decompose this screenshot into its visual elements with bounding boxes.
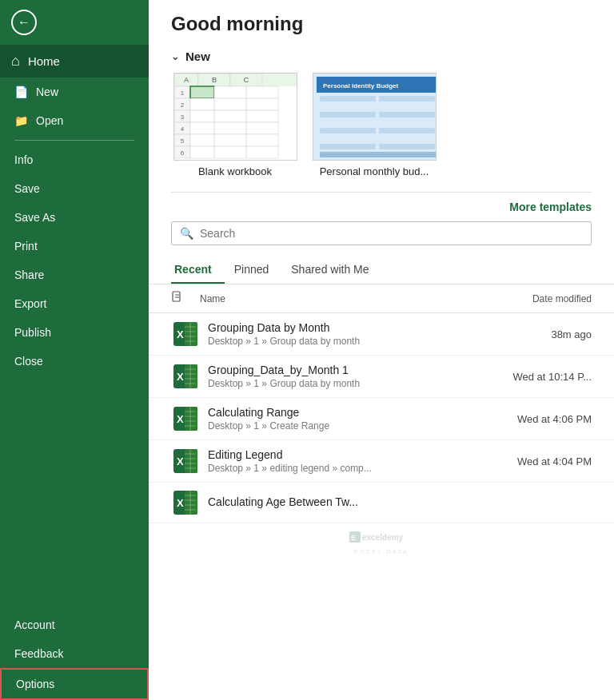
svg-text:6: 6 [180, 149, 184, 157]
svg-text:X: X [177, 455, 184, 467]
svg-rect-31 [190, 134, 214, 146]
sidebar-item-save[interactable]: Save [0, 174, 149, 203]
sidebar-item-feedback[interactable]: Feedback [0, 639, 149, 668]
search-input[interactable] [200, 227, 583, 240]
excel-icon: X [173, 407, 197, 431]
sidebar-item-saveas[interactable]: Save As [0, 203, 149, 232]
svg-text:4: 4 [180, 125, 184, 133]
watermark-text: EXCEL DATA [349, 548, 413, 555]
svg-rect-33 [246, 134, 278, 146]
back-circle-icon: ← [11, 10, 37, 35]
file-info: Calculating RangeDesktop » 1 » Create Ra… [208, 406, 488, 432]
section-divider [171, 192, 592, 193]
svg-text:E: E [351, 534, 356, 542]
saveas-label: Save As [14, 211, 55, 224]
file-name: Calculating Range [208, 406, 488, 419]
file-path: Desktop » 1 » Group data by month [208, 378, 488, 389]
file-name: Calculating Age Between Tw... [208, 495, 488, 508]
sidebar-item-open[interactable]: 📁 Open [0, 106, 149, 135]
back-arrow-icon: ← [18, 15, 30, 30]
sidebar-item-publish[interactable]: Publish [0, 318, 149, 347]
file-info: Grouping Data by MonthDesktop » 1 » Grou… [208, 321, 488, 347]
svg-rect-67 [185, 364, 197, 388]
file-list-header: Name Date modified [149, 284, 614, 313]
back-button[interactable]: ← [0, 0, 149, 45]
sidebar-item-new[interactable]: 📄 New [0, 78, 149, 106]
blank-workbook-label: Blank workbook [198, 165, 272, 177]
sidebar-item-options[interactable]: Options [0, 668, 149, 700]
open-label: Open [36, 114, 63, 127]
svg-text:exceldemy: exceldemy [362, 533, 404, 542]
svg-rect-53 [379, 144, 435, 149]
svg-text:X: X [177, 497, 184, 509]
open-folder-icon: 📁 [14, 114, 28, 127]
file-row-0[interactable]: X Grouping Data by MonthDesktop » 1 » Gr… [149, 313, 614, 356]
svg-rect-29 [214, 122, 246, 134]
new-label: New [36, 86, 58, 98]
template-personal-budget[interactable]: Personal Identity Budget [310, 73, 438, 177]
svg-rect-91 [185, 491, 197, 515]
file-path: Desktop » 1 » Group data by month [208, 336, 488, 347]
svg-rect-19 [190, 86, 214, 98]
svg-rect-22 [190, 98, 214, 110]
file-info: Editing LegendDesktop » 1 » editing lege… [208, 448, 488, 474]
chevron-down-icon: ⌄ [171, 51, 179, 62]
svg-rect-36 [246, 146, 278, 158]
svg-rect-59 [185, 322, 197, 346]
watermark-logo: E exceldemy [349, 528, 413, 548]
sidebar: ← ⌂ Home 📄 New 📁 Open Info Save Save As … [0, 0, 149, 700]
tab-pinned[interactable]: Pinned [231, 257, 282, 284]
search-icon: 🔍 [180, 227, 193, 240]
close-label: Close [14, 355, 43, 368]
svg-rect-27 [246, 110, 278, 122]
file-date: Wed at 4:04 PM [488, 455, 592, 467]
more-templates-link[interactable]: More templates [509, 201, 592, 213]
svg-rect-42 [320, 104, 376, 109]
svg-text:X: X [177, 328, 184, 340]
file-list: X Grouping Data by MonthDesktop » 1 » Gr… [149, 313, 614, 523]
sidebar-item-export[interactable]: Export [0, 289, 149, 318]
svg-text:5: 5 [180, 137, 184, 145]
svg-rect-21 [246, 86, 278, 98]
save-label: Save [14, 182, 40, 195]
file-date-header: Date modified [488, 293, 592, 304]
search-row: 🔍 [149, 221, 614, 257]
file-row-1[interactable]: X Grouping_Data_by_Month 1Desktop » 1 » … [149, 356, 614, 398]
main-content: Good morning ⌄ New A B C [149, 0, 614, 700]
sidebar-item-home[interactable]: ⌂ Home [0, 45, 149, 78]
home-label: Home [28, 54, 60, 68]
svg-text:1: 1 [180, 89, 184, 97]
svg-rect-46 [320, 120, 376, 125]
svg-rect-49 [379, 128, 435, 133]
file-row-4[interactable]: X Calculating Age Between Tw... [149, 483, 614, 523]
file-row-3[interactable]: X Editing LegendDesktop » 1 » editing le… [149, 440, 614, 483]
file-icon-wrap: X [171, 407, 200, 431]
file-date: Wed at 4:06 PM [488, 413, 592, 425]
tab-shared-with-me[interactable]: Shared with Me [288, 257, 381, 284]
file-path: Desktop » 1 » editing legend » comp... [208, 463, 488, 474]
feedback-label: Feedback [14, 647, 63, 660]
excel-icon: X [173, 364, 197, 388]
svg-text:A: A [183, 76, 188, 84]
svg-rect-52 [320, 144, 376, 149]
file-info: Calculating Age Between Tw... [208, 495, 488, 510]
sidebar-item-print[interactable]: Print [0, 232, 149, 261]
file-row-2[interactable]: X Calculating RangeDesktop » 1 » Create … [149, 398, 614, 440]
template-blank-workbook[interactable]: A B C 1 2 3 4 5 [171, 73, 299, 177]
tab-recent[interactable]: Recent [171, 257, 225, 284]
sidebar-item-info[interactable]: Info [0, 145, 149, 174]
svg-rect-48 [320, 128, 376, 133]
file-icon-wrap: X [171, 449, 200, 473]
info-label: Info [14, 153, 33, 166]
sidebar-item-close[interactable]: Close [0, 347, 149, 376]
svg-rect-43 [379, 104, 435, 109]
new-page-icon: 📄 [14, 86, 28, 98]
sidebar-item-share[interactable]: Share [0, 261, 149, 289]
svg-rect-35 [214, 146, 246, 158]
blank-workbook-thumb: A B C 1 2 3 4 5 [173, 73, 297, 161]
excel-icon: X [173, 322, 197, 346]
sidebar-item-account[interactable]: Account [0, 611, 149, 639]
personal-budget-thumb: Personal Identity Budget [313, 73, 437, 161]
svg-rect-50 [320, 136, 376, 141]
more-templates-row: More templates [149, 201, 614, 221]
